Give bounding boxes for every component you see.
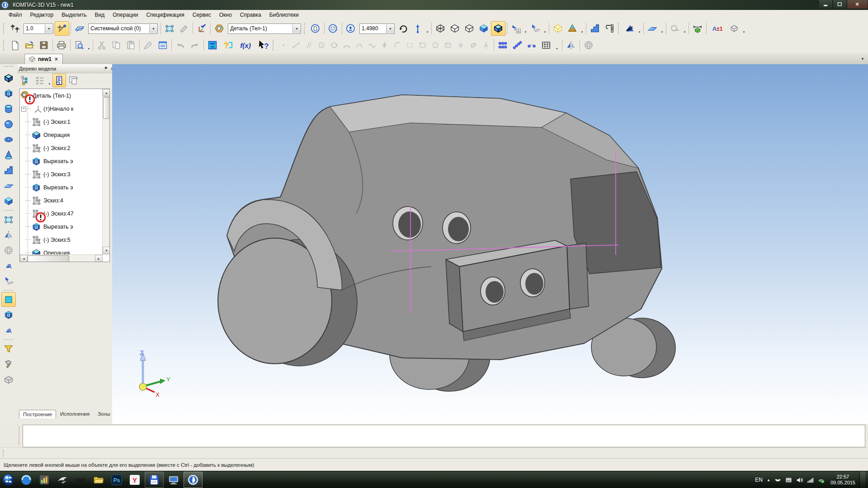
scroll-up-icon[interactable]: ▲ — [103, 89, 110, 97]
unfold-button[interactable] — [588, 21, 602, 36]
sketch-tool-pt-button[interactable] — [277, 39, 290, 52]
paste-button[interactable] — [123, 38, 138, 52]
array-grid-button[interactable] — [495, 38, 510, 52]
layer-combo-dropdown-icon[interactable]: ▼ — [149, 24, 157, 33]
tab-close-icon[interactable]: × — [54, 56, 59, 62]
view-projection-button-chevron-icon[interactable]: ▼ — [523, 22, 528, 35]
close-button[interactable] — [847, 0, 868, 9]
loft-button[interactable] — [1, 148, 16, 162]
rib-button[interactable] — [1, 163, 16, 178]
section-display-button[interactable] — [565, 21, 580, 36]
mirror-button[interactable] — [1, 228, 16, 242]
menu-item-3[interactable]: Вид — [91, 11, 109, 19]
taskbar-kompas-icon[interactable] — [184, 472, 203, 488]
sketch-tool-wave-button[interactable] — [366, 39, 378, 52]
revolve-button[interactable] — [1, 102, 16, 116]
menu-item-4[interactable]: Операции — [108, 11, 142, 19]
surface-button[interactable] — [1, 243, 16, 258]
help-button[interactable]: ? — [220, 38, 236, 52]
taskbar-computer-icon[interactable] — [165, 472, 183, 488]
open-document-button[interactable] — [22, 38, 37, 52]
taskbar-folder-icon[interactable] — [90, 472, 108, 488]
tray-bat-icon[interactable] — [774, 477, 781, 483]
tree-item[interactable]: Вырезать э — [20, 220, 109, 233]
normal-to-button-chevron-icon[interactable]: ▼ — [542, 22, 547, 35]
taskbar-yandex-icon[interactable]: Y — [126, 472, 144, 488]
cut-extrude-button[interactable] — [1, 86, 16, 101]
sketch-tool-line-button[interactable] — [290, 39, 302, 52]
layer-combo[interactable]: Системный слой (0)▼ — [88, 23, 158, 34]
tray-volume-icon[interactable] — [796, 477, 803, 483]
undo-button[interactable] — [173, 38, 188, 52]
halftone-section-button-chevron-icon[interactable]: ▼ — [637, 22, 642, 35]
tree-item[interactable]: (-) Эскиз:5 — [20, 233, 109, 246]
tolerance-extra-button-chevron-icon[interactable]: ▼ — [741, 22, 746, 35]
tree-item[interactable]: Вырезать э — [20, 181, 109, 194]
solid-modeling-button[interactable] — [1, 71, 16, 85]
toolbar-grip[interactable] — [3, 40, 6, 51]
specification-button[interactable] — [156, 38, 170, 52]
normal-button[interactable] — [1, 274, 16, 288]
tree-tab-1[interactable]: Исполнения — [56, 409, 94, 418]
halftone-section-button[interactable] — [623, 21, 637, 36]
copy-properties-button[interactable] — [141, 38, 156, 52]
taskbar-stats-icon[interactable] — [35, 472, 53, 488]
construction-plane-button-chevron-icon[interactable]: ▼ — [660, 22, 665, 35]
sketch-tool-corner-button[interactable] — [391, 39, 404, 52]
edit-3d-button[interactable] — [177, 21, 191, 36]
load-scheme-button[interactable] — [602, 21, 617, 36]
snap-points-button[interactable] — [8, 21, 22, 36]
viewport-3d[interactable]: Z Y X — [112, 64, 868, 424]
toolbar-grip[interactable] — [618, 23, 621, 34]
spiral-button[interactable] — [1, 258, 16, 273]
line-width-combo[interactable]: 1.0▼ — [24, 23, 53, 34]
language-indicator[interactable]: EN — [755, 477, 763, 483]
scroll-down-icon[interactable]: ▼ — [103, 247, 110, 254]
mirror-body-button[interactable] — [564, 38, 578, 52]
sketch-tool-rect-button[interactable] — [416, 39, 429, 52]
sketch-tool-star-button[interactable] — [454, 39, 467, 52]
sphere-button[interactable] — [1, 117, 16, 131]
view-projection-button[interactable]: A — [509, 21, 523, 36]
filter-button[interactable] — [1, 342, 16, 356]
property-bar-grip[interactable] — [19, 427, 22, 445]
helix-button[interactable] — [1, 323, 16, 338]
redo-button[interactable] — [188, 38, 202, 52]
sketch-tool-arc-button[interactable] — [340, 39, 353, 52]
tree-item[interactable]: (-) Эскиз:2 — [20, 141, 109, 155]
sketch-tool-poly-button[interactable] — [429, 39, 442, 52]
hide-objects-button[interactable] — [551, 21, 565, 36]
tree-item[interactable]: (-) Эскиз:1 — [20, 115, 109, 128]
taskbar-photoshop-icon[interactable]: Ps — [108, 472, 126, 488]
zoom-area-button[interactable] — [326, 21, 340, 36]
start-button[interactable] — [0, 472, 17, 488]
tree-tab-0[interactable]: Построение — [19, 410, 56, 418]
model-truck[interactable] — [218, 95, 675, 391]
zoom-page-button[interactable] — [308, 21, 323, 36]
document-tab[interactable]: new1 × — [24, 54, 63, 64]
cut-button[interactable] — [94, 38, 109, 52]
toolbar-grip[interactable] — [273, 40, 276, 51]
rotate-view-button[interactable] — [396, 21, 410, 36]
part-combo-dropdown-icon[interactable]: ▼ — [292, 24, 301, 33]
tree-item[interactable]: (-) Эскиз:47 — [20, 207, 109, 220]
tree-item[interactable]: Операция — [20, 128, 109, 141]
tree-item[interactable]: Эскиз:4 — [20, 194, 109, 207]
zoom-in-out-button[interactable] — [344, 21, 358, 36]
line-width-combo-dropdown-icon[interactable]: ▼ — [45, 24, 53, 33]
tree-item[interactable]: Деталь (Тел-1) — [20, 89, 109, 102]
tools-button[interactable] — [1, 357, 16, 371]
orientation-check-button[interactable] — [194, 21, 209, 36]
tree-hscrollbar[interactable]: ◄ ► — [20, 254, 103, 262]
tree-structure-button[interactable] — [19, 74, 33, 87]
menu-item-7[interactable]: Окно — [215, 11, 236, 19]
tree-expander[interactable]: + — [21, 107, 26, 112]
pin-icon[interactable] — [103, 66, 108, 71]
sketch-tool-conic-button[interactable] — [353, 39, 366, 52]
tree-item[interactable]: +(т)Начало к — [20, 102, 109, 115]
boss-extrude-button[interactable] — [1, 194, 16, 208]
print-preview-button[interactable] — [72, 38, 86, 52]
menu-item-2[interactable]: Выделить — [57, 11, 90, 19]
normal-to-button[interactable] — [528, 21, 542, 36]
sketch-handles-button[interactable] — [1, 212, 16, 227]
